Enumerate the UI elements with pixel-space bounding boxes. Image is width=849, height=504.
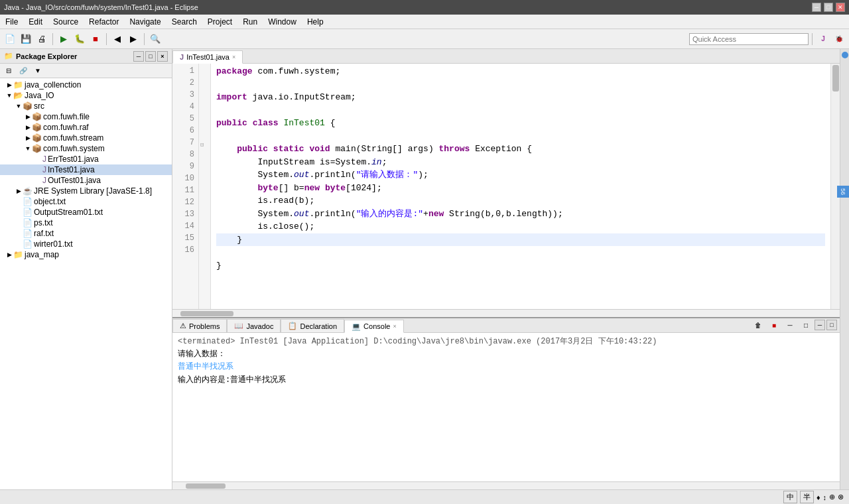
tree-label: wirter01.txt [34,239,73,249]
tree-label: raf.txt [34,229,54,238]
tree-item-java-map[interactable]: ▶ 📁 java_map [0,249,172,260]
console-stop-button[interactable]: ■ [767,318,781,332]
sidebar-maximize-button[interactable]: □ [145,51,156,62]
search-button[interactable]: 🔍 [148,32,163,46]
bottom-panel-actions: 🗑 ■ ─ □ ─ □ [748,318,840,332]
link-editor-button[interactable]: 🔗 [16,64,31,78]
sidebar-minimize-button[interactable]: ─ [133,51,144,62]
close-button[interactable]: ✕ [836,3,845,12]
editor-tabs: J InTest01.java × [172,49,840,64]
tree-item-com-fuwh-raf[interactable]: ▶ 📦 com.fuwh.raf [0,122,172,133]
scrollbar-thumb[interactable] [832,65,839,92]
sidebar-icon: 📁 [4,52,13,60]
debug-perspective-button[interactable]: 🐞 [832,32,846,46]
collapse-icon: ⊟ [200,141,204,149]
console-hscroll[interactable] [172,481,840,489]
console-output-line: 输入的内容是:普通中半找况系 [178,374,834,387]
console-hscroll-thumb[interactable] [186,483,226,489]
console-maximize-button[interactable]: □ [799,318,813,332]
run-button[interactable]: ▶ [56,32,71,46]
java-perspective-button[interactable]: J [816,32,830,46]
tree-item-java-collenction[interactable]: ▶ 📁 java_collenction [0,80,172,90]
menu-refactor[interactable]: Refactor [84,15,124,29]
tree-item-src[interactable]: ▼ 📦 src [0,101,172,111]
menu-source[interactable]: Source [48,15,84,29]
console-terminated-line: <terminated> InTest01 [Java Application]… [178,336,834,348]
tab-label: InTest01.java [186,53,229,61]
panel-maximize[interactable]: □ [826,320,837,330]
maximize-button[interactable]: □ [824,3,833,12]
save-button[interactable]: 💾 [19,32,33,46]
new-button[interactable]: 📄 [3,32,17,46]
tab-icon: J [180,53,184,61]
tab-declaration[interactable]: 📋 Declaration [281,319,344,332]
sidebar-menu-button[interactable]: ▼ [31,64,45,78]
menu-help[interactable]: Help [302,15,329,29]
console-content[interactable]: <terminated> InTest01 [Java Application]… [172,333,840,481]
tab-close-button[interactable]: × [232,54,235,60]
menu-edit[interactable]: Edit [23,15,48,29]
editor-tab-intest01[interactable]: J InTest01.java × [172,50,243,64]
sidebar: 📁 Package Explorer ─ □ × ⊟ 🔗 ▼ ▶ 📁 java_… [0,49,172,489]
tree-item-object-txt[interactable]: 📄 object.txt [0,196,172,207]
tree-item-outtest01[interactable]: J OutTest01.java [0,175,172,186]
console-minimize-button[interactable]: ─ [783,318,797,332]
main-layout: 📁 Package Explorer ─ □ × ⊟ 🔗 ▼ ▶ 📁 java_… [0,49,849,489]
back-button[interactable]: ◀ [110,32,125,46]
tree-item-jre[interactable]: ▶ ☕ JRE System Library [JavaSE-1.8] [0,186,172,196]
collapse-all-button[interactable]: ⊟ [1,64,16,78]
forward-button[interactable]: ▶ [126,32,141,46]
tree-item-com-fuwh-system[interactable]: ▼ 📦 com.fuwh.system [0,143,172,154]
statusbar: 中 半 ♦ ↕ ⊕ ⊗ [0,489,849,504]
code-content[interactable]: package com.fuwh.system; import java.io.… [211,64,830,309]
console-tab-close[interactable]: × [393,323,396,330]
panel-minimize[interactable]: ─ [815,320,825,330]
tree-item-ps-txt[interactable]: 📄 ps.txt [0,218,172,228]
debug-button[interactable]: 🐛 [72,32,87,46]
minimize-button[interactable]: ─ [812,3,821,12]
jar-icon: ☕ [23,186,33,196]
hscroll-thumb[interactable] [180,311,233,316]
eclipse-quick-panel: 56 [837,186,849,198]
line-number-block: 12345678910111213141516 [176,65,194,256]
tree-label: JRE System Library [JavaSE-1.8] [34,186,152,196]
sidebar-header: 📁 Package Explorer ─ □ × [0,49,172,64]
tree-label: src [34,101,44,111]
code-editor[interactable]: 12345678910111213141516 ⊟ package com.fu… [172,64,840,309]
java-icon: J [42,155,46,164]
toolbar-separator-2 [106,33,107,45]
folder-icon: 📁 [13,80,23,90]
print-button[interactable]: 🖨 [34,32,49,46]
tab-console[interactable]: 💻 Console × [344,320,404,333]
menu-file[interactable]: File [0,15,23,29]
menu-project[interactable]: Project [202,15,237,29]
tree-item-com-fuwh-stream[interactable]: ▶ 📦 com.fuwh.stream [0,133,172,143]
tree-item-com-fuwh-file[interactable]: ▶ 📦 com.fuwh.file [0,111,172,122]
tree-item-java-io[interactable]: ▼ 📂 Java_IO [0,90,172,101]
toolbar-separator-3 [144,33,145,45]
statusbar-item-plus: ⊕ [829,493,835,501]
menu-search[interactable]: Search [166,15,202,29]
statusbar-item-zh: 中 [783,491,797,503]
tab-javadoc[interactable]: 📖 Javadoc [227,319,281,332]
menu-run[interactable]: Run [237,15,263,29]
editor-hscroll[interactable] [172,309,840,317]
console-clear-button[interactable]: 🗑 [751,318,765,332]
tree-item-outputstream-txt[interactable]: 📄 OutputStream01.txt [0,207,172,218]
app-title: Java - Java_IO/src/com/fuwh/system/InTes… [4,3,198,11]
tree-item-raf-txt[interactable]: 📄 raf.txt [0,228,172,239]
toolbar-separator-4 [812,33,813,45]
tree-item-errtest01[interactable]: J ErrTest01.java [0,154,172,164]
statusbar-item-arrow: ↕ [823,493,827,501]
menu-window[interactable]: Window [263,15,302,29]
tab-problems[interactable]: ⚠ Problems [172,319,227,332]
quick-access-input[interactable] [689,33,809,45]
menu-navigate[interactable]: Navigate [124,15,166,29]
file-icon: 📄 [23,229,33,238]
stop-button[interactable]: ■ [88,32,103,46]
package-tree[interactable]: ▶ 📁 java_collenction ▼ 📂 Java_IO ▼ 📦 src… [0,78,172,489]
sidebar-close-button[interactable]: × [157,51,168,62]
toggle-icon: ▼ [15,103,23,109]
tree-item-wirter-txt[interactable]: 📄 wirter01.txt [0,239,172,249]
tree-item-intest01[interactable]: J InTest01.java [0,164,172,175]
